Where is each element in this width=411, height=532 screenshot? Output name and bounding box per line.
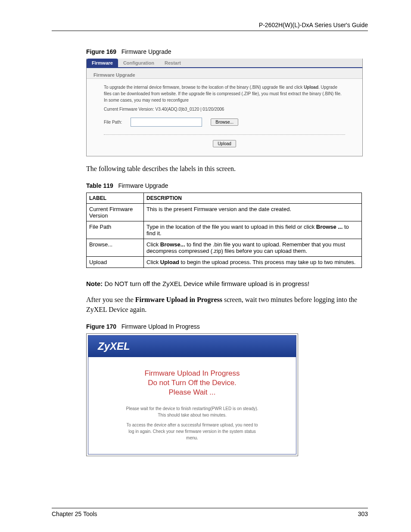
firmware-upgrade-panel: Firmware Configuration Restart Firmware … [86,59,363,156]
table-row: File Path Type in the location of the fi… [87,221,362,239]
browse-button[interactable]: Browse... [211,118,238,126]
page-footer: Chapter 25 Tools 303 [52,508,368,517]
table-119-title: Firmware Upgrade [118,182,168,189]
progress-msg-2: To access the device after a successful … [125,422,259,441]
table-119-number: Table 119 [86,182,113,189]
table-119: LABEL DESCRIPTION Current Firmware Versi… [86,193,362,268]
table-row: Upload Click Upload to begin the upload … [87,257,362,268]
footer-page-number: 303 [358,510,368,517]
table-row: Browse... Click Browse... to find the .b… [87,239,362,257]
zyxel-logo: ZyXEL [98,340,130,352]
table-head-description: DESCRIPTION [144,193,362,204]
tab-bar: Firmware Configuration Restart [87,59,362,68]
figure-170-number: Figure 170 [86,323,116,330]
zyxel-header: ZyXEL [88,336,296,357]
table-row: Current Firmware Version This is the pre… [87,204,362,221]
separator [104,134,345,135]
tab-firmware[interactable]: Firmware [87,59,118,67]
upgrade-instructions: To upgrade the internal device firmware,… [87,84,362,103]
figure-169-title: Firmware Upgrade [121,48,171,55]
file-path-label: File Path: [104,120,122,124]
note-text: Note: Do NOT turn off the ZyXEL Device w… [86,280,368,287]
figure-169-caption: Figure 169 Firmware Upgrade [86,48,368,55]
progress-heading: Firmware Upload In Progress [101,369,283,378]
progress-warning: Do not Turn Off the Device. [101,379,283,387]
figure-170-caption: Figure 170 Firmware Upload In Progress [86,323,368,330]
table-119-caption: Table 119 Firmware Upgrade [86,182,368,189]
upload-progress-panel: ZyXEL Firmware Upload In Progress Do not… [86,333,298,456]
tab-restart[interactable]: Restart [159,59,186,67]
figure-169-number: Figure 169 [86,48,116,55]
progress-msg-1: Please wait for the device to finish res… [125,405,259,418]
page-header: P-2602H(W)(L)-DxA Series User's Guide [52,22,368,31]
file-path-input[interactable] [131,118,202,127]
table-intro-text: The following table describes the labels… [86,164,368,174]
upload-button[interactable]: Upload [213,140,236,147]
current-firmware-version: Current Firmware Version: V3.40(ADQ.0)b3… [87,103,362,115]
tab-configuration[interactable]: Configuration [118,59,159,67]
after-note-text: After you see the Firmware Upload in Pro… [86,295,368,314]
section-title: Firmware Upgrade [87,68,362,79]
table-head-label: LABEL [87,193,144,204]
progress-wait: Please Wait ... [101,388,283,397]
footer-chapter: Chapter 25 Tools [52,510,97,517]
figure-170-title: Firmware Upload In Progress [121,323,200,330]
